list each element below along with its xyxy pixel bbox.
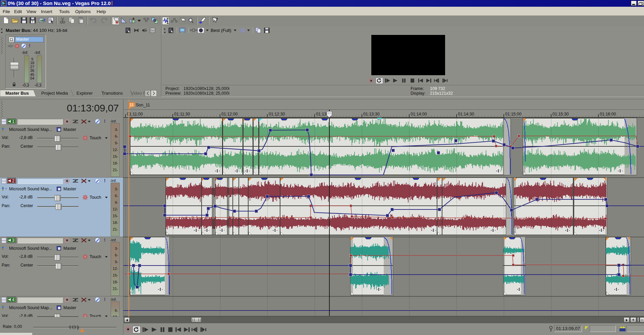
svg-text:Project Media: Project Media: [41, 91, 68, 96]
svg-text:?: ?: [32, 20, 33, 23]
svg-text:01:11:00: 01:11:00: [127, 112, 143, 116]
svg-text:01:15:30: 01:15:30: [552, 112, 569, 116]
svg-text:01:12:30: 01:12:30: [269, 112, 285, 116]
svg-text:01:14:30: 01:14:30: [458, 112, 474, 116]
svg-text:01:14:00: 01:14:00: [411, 112, 427, 116]
svg-text:01:16:00: 01:16:00: [600, 112, 616, 116]
svg-text:Explorer: Explorer: [76, 91, 93, 96]
svg-text:Master Bus: Master Bus: [5, 91, 29, 96]
svg-text:01:11:30: 01:11:30: [174, 112, 190, 116]
svg-text:Son_11: Son_11: [136, 103, 150, 107]
svg-text:01:15:00: 01:15:00: [505, 112, 522, 116]
svg-text:Transitions: Transitions: [102, 91, 123, 96]
svg-text:01:13:30: 01:13:30: [363, 112, 380, 116]
svg-text:Video F: Video F: [131, 91, 146, 96]
svg-text:?: ?: [216, 17, 218, 22]
svg-text:01:12:00: 01:12:00: [221, 112, 238, 116]
svg-text:01:13:: 01:13:: [316, 112, 328, 116]
svg-text:11: 11: [130, 103, 134, 107]
